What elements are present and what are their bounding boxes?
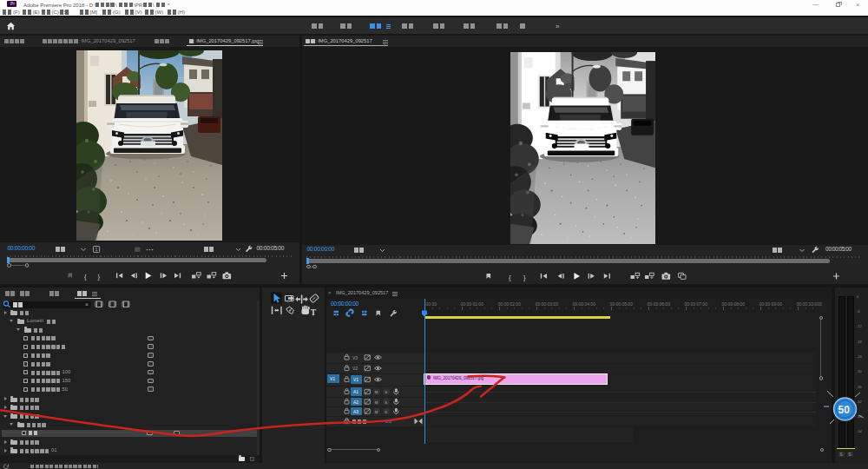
svg-text:}: }	[523, 274, 526, 281]
svg-text:50: 50	[838, 404, 851, 416]
svg-text:}: }	[98, 273, 101, 281]
svg-text:M: M	[375, 410, 378, 414]
svg-text:{: {	[509, 274, 511, 281]
svg-text:S: S	[385, 390, 387, 394]
svg-text:T: T	[311, 308, 317, 317]
svg-text:1: 1	[95, 247, 98, 252]
svg-text:M: M	[375, 390, 378, 394]
svg-text:S: S	[385, 410, 387, 414]
svg-text:{: {	[84, 273, 87, 281]
svg-text:M: M	[375, 400, 378, 405]
svg-text:S: S	[385, 400, 387, 405]
